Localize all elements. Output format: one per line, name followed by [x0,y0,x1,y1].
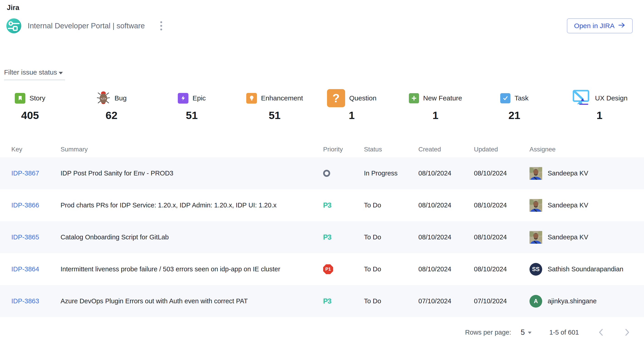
issue-type-label: UX Design [595,94,628,102]
issue-summary: Catalog Onboarding Script for GitLab [60,234,323,241]
issue-type-count: 51 [186,109,198,121]
open-in-jira-button[interactable]: Open in JIRA [567,18,633,33]
table-row: IDP-3864Intermittent liveness probe fail… [0,253,644,285]
issue-created-date: 07/10/2024 [418,297,474,305]
issue-created-date: 08/10/2024 [418,266,474,273]
issue-type-count: 51 [269,109,280,121]
issue-type-label: Epic [192,94,206,102]
previous-page-button[interactable] [596,327,605,338]
issue-type-label: Question [349,94,376,102]
jira-plugin-card: Jira Internal Developer Portal | softwar… [0,4,644,345]
caret-down-icon [528,332,532,334]
issue-summary: Intermittent liveness probe failure / 50… [60,266,323,273]
issue-type-count: 405 [21,109,39,121]
table-row: IDP-3863Azure DevOps Plugin Errors out w… [0,285,644,317]
issue-updated-date: 08/10/2024 [474,202,530,209]
priority-p3-label: P3 [323,297,331,305]
issue-type-count: 1 [432,109,438,121]
issue-key-link[interactable]: IDP-3866 [11,202,60,209]
issues-table-body: IDP-3867IDP Post Prod Sanity for Env - P… [0,157,644,317]
chevron-left-icon [598,329,604,336]
issue-updated-date: 08/10/2024 [474,266,530,273]
priority-cell: P3 [323,297,364,305]
assignee-avatar-initials: SS [530,263,542,276]
new-feature-plus-icon: + [409,93,419,103]
assignee-cell: Sandeepa KV [530,231,635,244]
issue-type-ux-design: UX Design1 [572,89,628,121]
assignee-name: Sathish Soundarapandian [548,266,623,273]
issue-created-date: 08/10/2024 [418,202,474,209]
column-header-assignee: Assignee [530,146,635,153]
assignee-name: Sandeepa KV [548,202,588,209]
issue-key-link[interactable]: IDP-3864 [11,266,60,273]
assignee-avatar-initials: A [530,295,542,308]
priority-cell: P1 [323,264,364,274]
rows-per-page-select[interactable]: 5 [521,328,532,337]
priority-circle-icon [323,170,330,177]
issue-type-label: Story [30,94,45,102]
kebab-menu-icon[interactable] [158,19,164,33]
issue-type-enhancement: Enhancement51 [246,89,303,121]
issue-created-date: 08/10/2024 [418,234,474,241]
issue-type-count: 62 [106,109,118,121]
issue-type-label: Enhancement [261,94,303,102]
rows-per-page-value: 5 [521,328,525,337]
issue-summary: Azure DevOps Plugin Errors out with Auth… [60,297,323,305]
assignee-avatar-photo [530,199,542,212]
column-header-updated: Updated [474,146,530,153]
issue-type-task: Task21 [500,89,528,121]
rows-per-page-label: Rows per page: [465,329,511,336]
page-title: Jira [7,4,644,12]
issue-key-link[interactable]: IDP-3863 [11,297,60,305]
issue-status-filter-select[interactable]: Filter issue status [4,68,65,80]
chevron-right-icon [625,329,630,336]
issue-key-link[interactable]: IDP-3865 [11,234,60,241]
issue-type-counts: Story405</>Bug62Epic51Enhancement51?Ques… [0,89,644,128]
project-name: Internal Developer Portal | software [28,21,145,30]
issue-created-date: 08/10/2024 [418,170,474,177]
next-page-button[interactable] [623,327,632,338]
issues-table: KeySummaryPriorityStatusCreatedUpdatedAs… [0,141,644,317]
open-in-jira-label: Open in JIRA [574,22,614,30]
issue-type-count: 1 [596,109,602,121]
issue-type-label: New Feature [423,94,462,102]
issue-type-label: Task [514,94,528,102]
assignee-name: Sandeepa KV [548,234,588,241]
table-row: IDP-3866Prod charts PRs for IDP Service:… [0,189,644,221]
card-header: Internal Developer Portal | software Ope… [0,18,644,34]
column-header-status: Status [364,146,418,153]
ux-design-monitor-icon [572,89,591,107]
issue-type-question: ?Question1 [327,89,376,121]
task-check-icon [500,93,510,103]
story-bookmark-icon [15,93,26,104]
assignee-name: ajinkya.shingane [548,297,596,305]
arrow-right-icon [618,22,626,30]
jira-integration-logo-icon [6,18,21,33]
issue-type-new-feature: +New Feature1 [409,89,462,121]
issue-summary: IDP Post Prod Sanity for Env - PROD3 [60,170,323,177]
column-header-summary: Summary [60,146,323,153]
epic-lightning-icon [178,93,188,104]
issue-status: To Do [364,266,418,273]
assignee-cell: Sandeepa KV [530,167,635,180]
priority-cell [323,170,364,177]
issue-type-story: Story405 [15,89,45,121]
issue-type-epic: Epic51 [178,89,206,121]
priority-cell: P3 [323,233,364,241]
bug-icon: </> [96,91,110,106]
column-header-created: Created [418,146,474,153]
priority-cell: P3 [323,201,364,209]
assignee-cell: Sandeepa KV [530,199,635,212]
issue-status: In Progress [364,170,418,177]
issues-table-header: KeySummaryPriorityStatusCreatedUpdatedAs… [0,141,644,157]
table-row: IDP-3865Catalog Onboarding Script for Gi… [0,221,644,253]
issue-type-count: 1 [349,109,355,121]
priority-p1-octagon-icon: P1 [323,264,333,274]
pagination-bar: Rows per page: 5 1-5 of 601 [0,327,644,338]
issue-key-link[interactable]: IDP-3867 [11,170,60,177]
assignee-avatar-photo [530,231,542,244]
priority-p3-label: P3 [323,233,331,241]
table-row: IDP-3867IDP Post Prod Sanity for Env - P… [0,157,644,189]
issue-updated-date: 08/10/2024 [474,234,530,241]
assignee-avatar-photo [530,167,542,180]
